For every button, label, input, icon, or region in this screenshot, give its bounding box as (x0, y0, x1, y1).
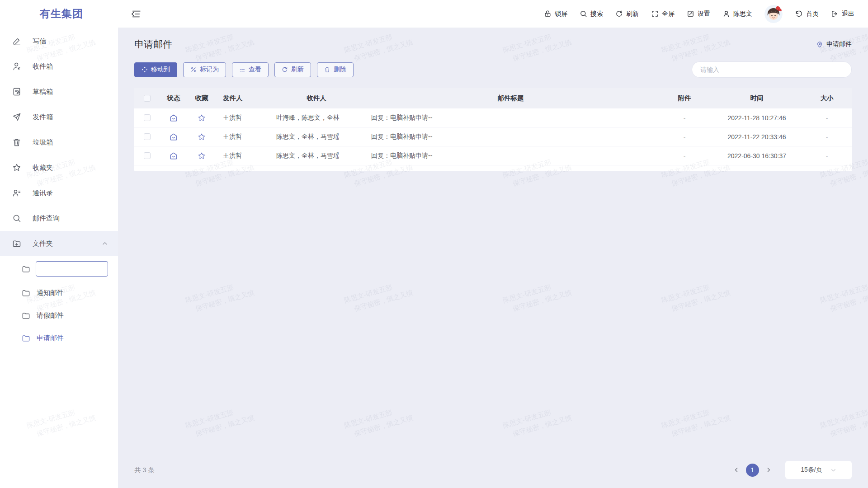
select-all-checkbox[interactable] (144, 95, 151, 102)
move-icon (142, 66, 148, 73)
table-row[interactable]: 王洪哲 陈思文，全林，马雪瑶 回复：电脑补贴申请-- - 2022-06-30 … (134, 146, 852, 165)
move-to-button[interactable]: 移动到 (134, 62, 177, 77)
row-checkbox[interactable] (144, 152, 151, 159)
trash-icon (12, 138, 21, 147)
sidebar-folder-leave-mail[interactable]: 请假邮件 (0, 304, 118, 327)
attachment-cell: - (657, 152, 712, 160)
mail-open-icon[interactable] (160, 114, 188, 122)
subject-cell[interactable]: 回复：电脑补贴申请-- (364, 152, 657, 160)
sidebar-item-label: 发件箱 (33, 113, 53, 122)
logout-button[interactable]: 退出 (831, 10, 854, 18)
refresh-list-button[interactable]: 刷新 (274, 62, 311, 77)
current-user-button[interactable]: 陈思文 (722, 10, 752, 18)
edit-square-icon (687, 10, 694, 18)
sidebar-item-mail-search[interactable]: 邮件查询 (0, 206, 118, 231)
lock-icon (544, 10, 552, 18)
favorite-star-icon[interactable] (188, 152, 216, 160)
sender-cell: 王洪哲 (216, 152, 269, 160)
sidebar-item-drafts[interactable]: 草稿箱 (0, 79, 118, 104)
fullscreen-button[interactable]: 全屏 (651, 10, 675, 18)
settings-button[interactable]: 设置 (687, 10, 710, 18)
delete-button[interactable]: 删除 (317, 62, 354, 77)
breadcrumb: 申请邮件 (816, 40, 852, 48)
breadcrumb-label: 申请邮件 (826, 40, 852, 48)
table-header-row: 状态 收藏 发件人 收件人 邮件标题 附件 时间 大小 (134, 88, 852, 108)
view-label: 查看 (249, 66, 261, 74)
user-avatar[interactable] (764, 5, 783, 23)
folder-icon (22, 311, 30, 320)
view-button[interactable]: 查看 (232, 62, 269, 77)
pencil-icon (12, 37, 21, 46)
row-checkbox[interactable] (144, 114, 151, 121)
trash-icon (324, 66, 330, 73)
attachment-cell: - (657, 133, 712, 141)
col-subject: 邮件标题 (364, 94, 657, 103)
table-row[interactable]: 王洪哲 叶海峰，陈思文，全林 回复：电脑补贴申请-- - 2022-11-28 … (134, 108, 852, 127)
sidebar-section-label: 文件夹 (33, 239, 53, 248)
subject-cell[interactable]: 回复：电脑补贴申请-- (364, 114, 657, 122)
table-row[interactable]: 王洪哲 陈思文，全林，马雪瑶 回复：电脑补贴申请-- - 2022-11-22 … (134, 127, 852, 146)
mail-table: 状态 收藏 发件人 收件人 邮件标题 附件 时间 大小 王洪哲 叶海峰，陈思文，… (134, 88, 852, 171)
lock-screen-label: 锁屏 (555, 10, 567, 18)
col-attachment: 附件 (657, 94, 712, 103)
brand-logo: 有生集团 (0, 0, 118, 28)
refresh-label: 刷新 (626, 10, 639, 18)
topbar-actions: 锁屏 搜索 刷新 全屏 设置 陈思文 (544, 5, 854, 23)
sidebar-folder-application-mail[interactable]: 申请邮件 (0, 327, 118, 349)
sidebar: 有生集团 写信 收件箱 草稿箱 发件箱 垃圾箱 收藏夹 通讯录 (0, 0, 118, 488)
col-recipients: 收件人 (269, 94, 364, 103)
content-area: 申请邮件 申请邮件 移动到 标记为 查看 刷新 (118, 28, 868, 488)
fullscreen-label: 全屏 (662, 10, 675, 18)
sidebar-item-label: 收件箱 (33, 62, 53, 71)
home-button[interactable]: 首页 (795, 10, 819, 18)
sidebar-item-sent[interactable]: 发件箱 (0, 104, 118, 130)
page-title: 申请邮件 (134, 38, 172, 51)
row-checkbox[interactable] (144, 133, 151, 140)
mark-as-button[interactable]: 标记为 (183, 62, 226, 77)
chevron-up-icon[interactable] (102, 240, 108, 247)
delete-label: 删除 (334, 66, 346, 74)
sidebar-folder-notice-mail[interactable]: 通知邮件 (0, 282, 118, 304)
current-user-label: 陈思文 (733, 10, 752, 18)
sidebar-item-trash[interactable]: 垃圾箱 (0, 130, 118, 155)
sender-cell: 王洪哲 (216, 114, 269, 122)
search-button[interactable]: 搜索 (580, 10, 603, 18)
search-label: 搜索 (590, 10, 603, 18)
current-page[interactable]: 1 (746, 464, 759, 477)
col-sender: 发件人 (216, 94, 269, 103)
sidebar-item-inbox[interactable]: 收件箱 (0, 54, 118, 79)
sidebar-item-favorites[interactable]: 收藏夹 (0, 155, 118, 180)
mark-as-label: 标记为 (200, 66, 219, 74)
folder-icon (22, 289, 30, 297)
favorite-star-icon[interactable] (188, 133, 216, 141)
mail-open-icon[interactable] (160, 133, 188, 141)
sender-cell: 王洪哲 (216, 133, 269, 141)
main-column: 锁屏 搜索 刷新 全屏 设置 陈思文 (118, 0, 868, 488)
col-favorite: 收藏 (188, 94, 216, 103)
page-size-select[interactable]: 15条/页 (785, 461, 852, 479)
refresh-button[interactable]: 刷新 (615, 10, 639, 18)
sidebar-folder-label: 通知邮件 (37, 289, 64, 297)
mail-open-icon[interactable] (160, 152, 188, 160)
sidebar-item-contacts[interactable]: 通讯录 (0, 180, 118, 206)
lock-screen-button[interactable]: 锁屏 (544, 10, 567, 18)
subject-cell[interactable]: 回复：电脑补贴申请-- (364, 133, 657, 141)
time-cell: 2022-06-30 16:30:37 (712, 152, 802, 160)
mail-search-input[interactable] (692, 61, 852, 78)
attachment-cell: - (657, 114, 712, 122)
refresh-icon (615, 10, 623, 18)
recipients-cell: 陈思文，全林，马雪瑶 (269, 133, 364, 141)
next-page-icon[interactable] (764, 465, 774, 475)
sidebar-item-label: 写信 (33, 37, 46, 46)
menu-fold-icon[interactable] (131, 9, 141, 19)
sidebar-item-compose[interactable]: 写信 (0, 28, 118, 54)
logout-icon (831, 10, 839, 18)
folder-plus-icon (12, 239, 21, 248)
sidebar-section-folders[interactable]: 文件夹 (0, 231, 118, 256)
home-label: 首页 (806, 10, 819, 18)
prev-page-icon[interactable] (731, 465, 741, 475)
favorite-star-icon[interactable] (188, 114, 216, 122)
new-folder-input[interactable] (36, 261, 108, 277)
folder-icon (22, 265, 30, 273)
tag-percent-icon (190, 66, 197, 73)
